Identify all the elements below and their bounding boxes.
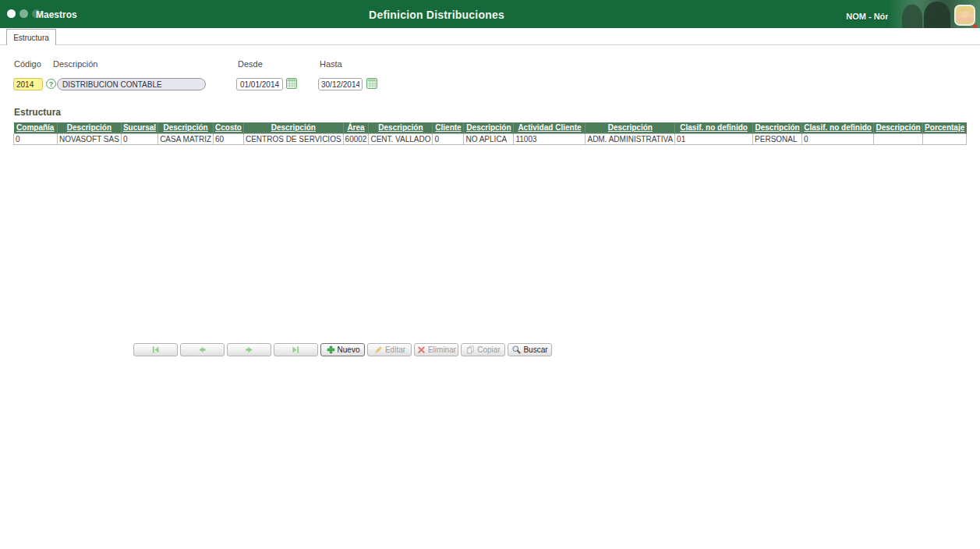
table-cell: NO APLICA [464,133,514,144]
table-cell [874,133,923,144]
table-cell: 0 [14,133,58,144]
tab-bar: Estructura [0,28,980,45]
calendar-icon[interactable] [286,78,297,89]
table-cell: PERSONAL [753,133,802,144]
search-icon [511,345,522,355]
help-icon[interactable]: ? [46,79,56,89]
estructura-table: CompañíaDescripciónSucursalDescripciónCc… [13,122,967,145]
x-icon [416,345,426,355]
table-cell: CENT. VALLADO [369,133,433,144]
table-row[interactable]: 0NOVASOFT SAS0CASA MATRIZ60CENTROS DE SE… [14,133,967,144]
table-cell: 60002 [343,133,369,144]
descripcion-input[interactable] [57,78,206,90]
column-header[interactable]: Porcentaje [923,122,967,133]
column-header[interactable]: Área [343,122,369,133]
column-header[interactable]: Descripción [586,122,675,133]
buscar-button[interactable]: Buscar [508,343,552,356]
button-label: Eliminar [428,345,456,354]
nav-last-button[interactable] [274,343,318,356]
column-header[interactable]: Descripción [158,122,214,133]
column-header[interactable]: Clasif. no definido [675,122,753,133]
nuevo-button[interactable]: Nuevo [320,343,365,356]
avatar[interactable] [954,5,975,26]
codigo-label: Código [14,59,41,69]
desde-label: Desde [238,59,263,69]
pencil-icon [373,345,384,355]
copy-icon [465,345,476,355]
table-cell: CASA MATRIZ [158,133,214,144]
column-header[interactable]: Descripción [369,122,433,133]
table-cell: 11003 [514,133,586,144]
record-toolbar: NuevoEditarEliminarCopiarBuscar [133,343,552,356]
button-label: Editar [385,345,405,354]
table-cell: 0 [121,133,157,144]
descripcion-label: Descripción [53,59,97,69]
first-record-icon [150,345,161,355]
column-header[interactable]: Clasif. no definido [802,122,874,133]
column-header[interactable]: Ccosto [214,122,244,133]
nav-next-button[interactable] [227,343,271,356]
section-title: Estructura [14,107,61,118]
tab-estructura[interactable]: Estructura [6,29,56,45]
app-window: Maestros Definicion Distribuciones NOM -… [0,0,980,549]
copiar-button[interactable]: Copiar [461,343,505,356]
plus-icon [326,345,336,355]
column-header[interactable]: Actividad Cliente [514,122,586,133]
tab-label: Estructura [13,34,49,42]
table-cell: 60 [214,133,244,144]
table-cell: 0 [433,133,464,144]
calendar-icon[interactable] [366,78,377,89]
nav-first-button[interactable] [133,343,178,356]
eliminar-button[interactable]: Eliminar [414,343,458,356]
status-dot-icon [973,24,977,28]
column-header[interactable]: Sucursal [121,122,157,133]
column-header[interactable]: Descripción [464,122,514,133]
editar-button[interactable]: Editar [367,343,412,356]
table-cell: ADM. ADMINISTRATIVA [586,133,675,144]
previous-record-icon [197,345,207,355]
table-cell [923,133,967,144]
column-header[interactable]: Descripción [874,122,923,133]
nav-previous-button[interactable] [180,343,225,356]
table-cell: CENTROS DE SERVICIOS [243,133,343,144]
hasta-label: Hasta [320,59,342,69]
column-header[interactable]: Cliente [433,122,464,133]
hasta-date-input[interactable] [318,78,363,90]
button-label: Nuevo [338,345,360,354]
table-cell: 0 [802,133,874,144]
desde-date-input[interactable] [236,78,283,90]
page-title: Definicion Distribuciones [0,9,873,21]
table-header-row: CompañíaDescripciónSucursalDescripciónCc… [14,122,967,133]
table-cell: 01 [675,133,753,144]
column-header[interactable]: Compañía [14,122,58,133]
column-header[interactable]: Descripción [58,122,122,133]
codigo-input[interactable] [13,78,43,90]
last-record-icon [291,345,301,355]
button-label: Buscar [523,345,547,354]
column-header[interactable]: Descripción [753,122,802,133]
next-record-icon [244,345,254,355]
column-header[interactable]: Descripción [243,122,343,133]
table-cell: NOVASOFT SAS [58,133,122,144]
button-label: Copiar [477,345,500,354]
app-header: Maestros Definicion Distribuciones NOM -… [0,0,980,28]
